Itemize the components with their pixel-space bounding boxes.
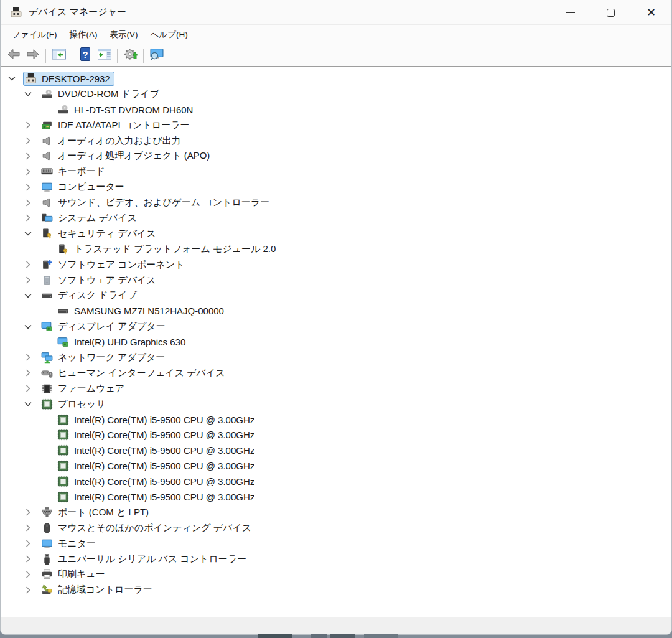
tree-item[interactable]: IDE ATA/ATAPI コントローラー (1, 118, 671, 133)
tree-item[interactable]: HL-DT-ST DVDROM DH60N (1, 102, 671, 118)
tree-item-content[interactable]: キーボード (39, 164, 110, 179)
tree-item[interactable]: ユニバーサル シリアル バス コントローラー (1, 551, 671, 567)
tree-item-content[interactable]: ソフトウェア デバイス (39, 273, 161, 288)
tree-item-content[interactable]: オーディオの入力および出力 (39, 134, 185, 148)
tree-item[interactable]: ソフトウェア デバイス (1, 273, 671, 288)
tree-item-content[interactable]: システム デバイス (39, 211, 141, 225)
tree-item[interactable]: DVD/CD-ROM ドライブ (1, 87, 671, 102)
tree-item[interactable]: ポート (COM と LPT) (1, 505, 671, 520)
chevron-collapsed-icon[interactable] (23, 553, 39, 565)
tree-item[interactable]: キーボード (1, 164, 671, 179)
menu-view[interactable]: 表示(V) (104, 26, 144, 44)
chevron-expanded-icon[interactable] (23, 88, 39, 100)
tree-item-content[interactable]: DVD/CD-ROM ドライブ (39, 87, 164, 101)
chevron-collapsed-icon[interactable] (23, 274, 39, 286)
tree-item[interactable]: オーディオの入力および出力 (1, 133, 671, 149)
maximize-button[interactable] (590, 0, 631, 25)
tree-item-content[interactable]: 印刷キュー (39, 567, 110, 581)
tree-item[interactable]: モニター (1, 536, 671, 551)
tree-item-content[interactable]: トラステッド プラットフォーム モジュール 2.0 (55, 242, 280, 256)
chevron-collapsed-icon[interactable] (23, 569, 39, 580)
close-button[interactable]: ✕ (631, 0, 671, 25)
tree-item-content[interactable]: Intel(R) Core(TM) i5-9500 CPU @ 3.00GHz (55, 428, 259, 442)
chevron-collapsed-icon[interactable] (23, 151, 39, 162)
tree-item[interactable]: プロセッサ (1, 396, 671, 412)
chevron-expanded-icon[interactable] (23, 321, 39, 332)
tree-item-content[interactable]: ユニバーサル シリアル バス コントローラー (39, 552, 251, 566)
tree-item[interactable]: Intel(R) Core(TM) i5-9500 CPU @ 3.00GHz (1, 443, 671, 458)
chevron-expanded-icon[interactable] (23, 398, 39, 410)
chevron-collapsed-icon[interactable] (23, 212, 39, 223)
action-pane-button[interactable] (95, 46, 114, 65)
tree-item[interactable]: SAMSUNG MZ7LN512HAJQ-00000 (1, 303, 671, 319)
tree-item-content[interactable]: ソフトウェア コンポーネント (39, 258, 189, 272)
tree-item-content[interactable]: HL-DT-ST DVDROM DH60N (55, 103, 197, 117)
tree-item[interactable]: Intel(R) Core(TM) i5-9500 CPU @ 3.00GHz (1, 412, 671, 428)
menu-help[interactable]: ヘルプ(H) (144, 26, 194, 44)
chevron-collapsed-icon[interactable] (23, 197, 39, 209)
help-button[interactable]: ? (75, 46, 95, 65)
tree-item[interactable]: コンピューター (1, 179, 671, 195)
tree-item-content[interactable]: セキュリティ デバイス (39, 227, 161, 241)
tree-item-content[interactable]: Intel(R) Core(TM) i5-9500 CPU @ 3.00GHz (55, 474, 259, 489)
update-driver-button[interactable] (121, 46, 140, 65)
tree-item[interactable]: システム デバイス (1, 210, 671, 226)
tree-item[interactable]: ヒューマン インターフェイス デバイス (1, 365, 671, 381)
tree-item[interactable]: Intel(R) Core(TM) i5-9500 CPU @ 3.00GHz (1, 458, 671, 474)
chevron-collapsed-icon[interactable] (23, 259, 39, 270)
tree-item-content[interactable]: 記憶域コントローラー (39, 583, 157, 597)
tree-item-content[interactable]: マウスとそのほかのポインティング デバイス (39, 521, 256, 535)
scan-hardware-changes-button[interactable] (147, 46, 166, 65)
chevron-collapsed-icon[interactable] (23, 584, 39, 596)
tree-item[interactable]: セキュリティ デバイス (1, 226, 671, 242)
tree-item-content[interactable]: ポート (COM と LPT) (39, 505, 153, 520)
tree-item[interactable]: サウンド、ビデオ、およびゲーム コントローラー (1, 195, 671, 210)
tree-item-content[interactable]: Intel(R) Core(TM) i5-9500 CPU @ 3.00GHz (55, 490, 259, 504)
tree-item[interactable]: DESKTOP-2932 (1, 71, 671, 87)
back-button[interactable] (4, 46, 23, 65)
forward-button[interactable] (23, 46, 42, 65)
tree-item-content[interactable]: Intel(R) Core(TM) i5-9500 CPU @ 3.00GHz (55, 443, 259, 457)
tree-item-content[interactable]: Intel(R) Core(TM) i5-9500 CPU @ 3.00GHz (55, 459, 259, 473)
tree-item[interactable]: Intel(R) UHD Graphics 630 (1, 334, 671, 350)
tree-item-content[interactable]: コンピューター (39, 180, 129, 194)
chevron-collapsed-icon[interactable] (23, 383, 39, 394)
tree-item-content[interactable]: ファームウェア (39, 382, 129, 396)
tree-item-content[interactable]: IDE ATA/ATAPI コントローラー (39, 118, 194, 133)
tree-item-content[interactable]: ヒューマン インターフェイス デバイス (39, 366, 230, 380)
tree-item-content[interactable]: ネットワーク アダプター (39, 350, 169, 365)
menu-action[interactable]: 操作(A) (63, 26, 104, 44)
tree-item-content[interactable]: モニター (39, 537, 100, 551)
tree-item[interactable]: Intel(R) Core(TM) i5-9500 CPU @ 3.00GHz (1, 489, 671, 505)
chevron-collapsed-icon[interactable] (23, 135, 39, 146)
tree-item[interactable]: ソフトウェア コンポーネント (1, 257, 671, 273)
tree-item-content[interactable]: DESKTOP-2932 (23, 72, 114, 86)
tree-item[interactable]: ディスク ドライブ (1, 288, 671, 303)
tree-item[interactable]: ディスプレイ アダプター (1, 319, 671, 334)
show-console-tree-button[interactable] (49, 46, 68, 65)
tree-item[interactable]: オーディオ処理オブジェクト (APO) (1, 148, 671, 164)
tree-item-content[interactable]: サウンド、ビデオ、およびゲーム コントローラー (39, 195, 274, 210)
minimize-button[interactable] (550, 0, 590, 25)
tree-item[interactable]: トラステッド プラットフォーム モジュール 2.0 (1, 242, 671, 257)
tree-item-content[interactable]: Intel(R) UHD Graphics 630 (55, 335, 190, 349)
chevron-expanded-icon[interactable] (7, 73, 23, 84)
tree-item-content[interactable]: SAMSUNG MZ7LN512HAJQ-00000 (55, 304, 228, 318)
tree-item-content[interactable]: ディスク ドライブ (39, 288, 141, 303)
tree-item[interactable]: マウスとそのほかのポインティング デバイス (1, 520, 671, 536)
chevron-collapsed-icon[interactable] (23, 182, 39, 193)
menu-file[interactable]: ファイル(F) (6, 26, 63, 44)
tree-item[interactable]: ファームウェア (1, 381, 671, 396)
chevron-collapsed-icon[interactable] (23, 522, 39, 533)
tree-item-content[interactable]: プロセッサ (39, 397, 110, 411)
tree-item[interactable]: 印刷キュー (1, 567, 671, 583)
tree-item[interactable]: Intel(R) Core(TM) i5-9500 CPU @ 3.00GHz (1, 474, 671, 489)
chevron-collapsed-icon[interactable] (23, 507, 39, 518)
chevron-expanded-icon[interactable] (23, 228, 39, 239)
chevron-collapsed-icon[interactable] (23, 367, 39, 378)
tree-item[interactable]: Intel(R) Core(TM) i5-9500 CPU @ 3.00GHz (1, 427, 671, 443)
chevron-collapsed-icon[interactable] (23, 538, 39, 549)
tree-item[interactable]: 記憶域コントローラー (1, 582, 671, 598)
tree-item-content[interactable]: オーディオ処理オブジェクト (APO) (39, 149, 214, 163)
tree-item[interactable]: ネットワーク アダプター (1, 350, 671, 365)
